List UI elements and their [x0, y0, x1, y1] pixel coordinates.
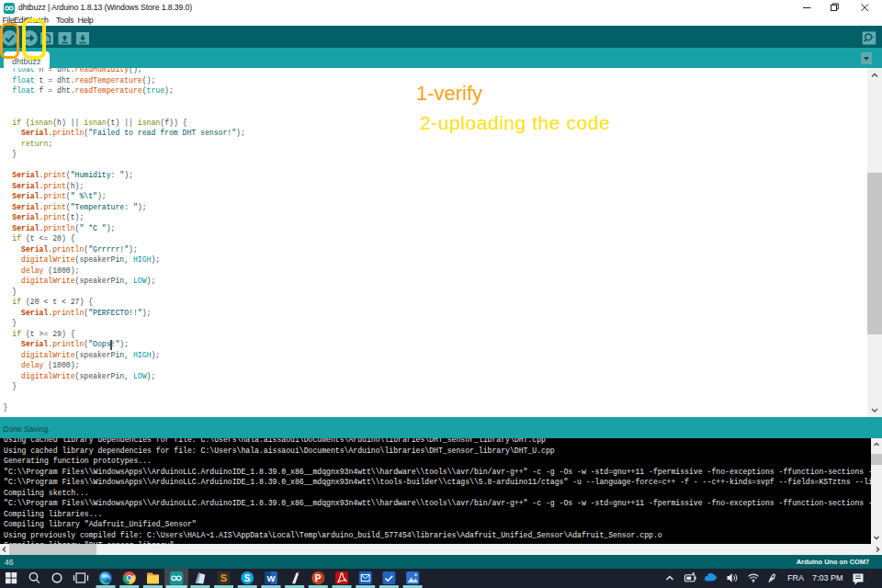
svg-text:P: P: [315, 573, 322, 583]
svg-text:S: S: [244, 573, 251, 583]
svg-text:FRA: FRA: [787, 573, 804, 582]
svg-text:W: W: [267, 573, 276, 583]
svg-text:7:03 PM: 7:03 PM: [812, 573, 843, 582]
svg-text:S: S: [220, 572, 227, 583]
